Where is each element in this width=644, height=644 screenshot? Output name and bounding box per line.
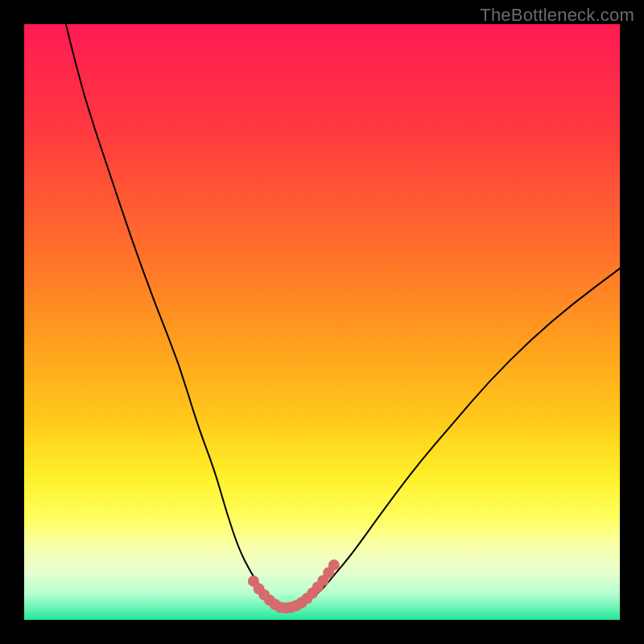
watermark-text: TheBottleneck.com (480, 5, 634, 26)
curve-marker (328, 559, 340, 571)
bottleneck-curve (24, 24, 620, 620)
curve-markers (248, 559, 340, 613)
chart-frame: TheBottleneck.com (0, 0, 644, 644)
plot-area (24, 24, 620, 620)
